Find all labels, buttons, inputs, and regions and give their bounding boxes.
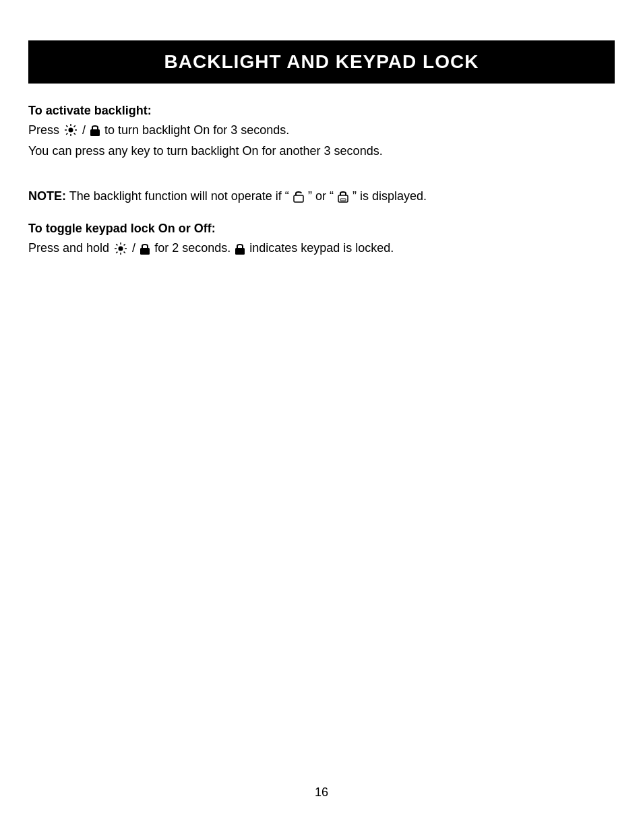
title-bar: BACKLIGHT AND KEYPAD LOCK: [28, 40, 615, 84]
svg-line-4: [66, 125, 67, 127]
svg-line-18: [124, 251, 125, 253]
svg-rect-9: [90, 129, 100, 136]
note-text-mid: ” or “: [308, 189, 334, 203]
lock-icon-closed: [89, 123, 104, 137]
svg-line-7: [66, 133, 67, 135]
press-hold-label: Press and hold: [28, 241, 109, 255]
page-number: 16: [315, 785, 328, 799]
note-label: NOTE:: [28, 189, 66, 203]
toggle-keypad-heading: To toggle keypad lock On or Off:: [28, 222, 615, 236]
note-text: NOTE: The backlight function will not op…: [28, 187, 615, 206]
svg-rect-22: [140, 248, 150, 255]
page-title: BACKLIGHT AND KEYPAD LOCK: [42, 51, 601, 73]
note-text-end: ” is displayed.: [353, 189, 427, 203]
separator-slash-2: /: [132, 241, 139, 255]
note-lock-closed-icon2: [337, 189, 353, 203]
lock-icon-indicates: [234, 241, 249, 255]
svg-rect-23: [235, 248, 245, 255]
line1-suffix: to turn backlight On for 3 seconds.: [104, 123, 289, 137]
svg-rect-10: [294, 195, 303, 202]
press-label: Press: [28, 123, 59, 137]
page-container: BACKLIGHT AND KEYPAD LOCK To activate ba…: [28, 0, 615, 840]
svg-line-19: [124, 244, 125, 245]
activate-backlight-line1: Press /: [28, 121, 615, 140]
activate-backlight-heading: To activate backlight:: [28, 104, 615, 118]
lock-icon-2: [139, 241, 154, 255]
svg-line-20: [116, 251, 117, 253]
svg-point-21: [119, 246, 123, 251]
separator-slash: /: [82, 123, 89, 137]
svg-line-5: [74, 133, 75, 135]
note-section: NOTE: The backlight function will not op…: [28, 187, 615, 206]
page-footer: 16: [28, 758, 615, 800]
svg-line-17: [116, 244, 117, 245]
toggle-line1-suffix: indicates keypad is locked.: [249, 241, 394, 255]
toggle-line1-mid: for 2 seconds.: [154, 241, 234, 255]
activate-backlight-line2: You can press any key to turn backlight …: [28, 141, 615, 161]
toggle-keypad-line1: Press and hold /: [28, 238, 615, 258]
sun-icon: [64, 121, 78, 140]
activate-backlight-section: To activate backlight: Press /: [28, 104, 615, 162]
svg-line-6: [74, 125, 75, 127]
toggle-keypad-section: To toggle keypad lock On or Off: Press a…: [28, 222, 615, 259]
note-lock-open-icon: [293, 189, 308, 203]
note-text-content: The backlight function will not operate …: [69, 189, 289, 203]
sun-icon-2: [114, 238, 127, 258]
svg-rect-12: [340, 199, 346, 201]
svg-point-8: [69, 128, 73, 133]
